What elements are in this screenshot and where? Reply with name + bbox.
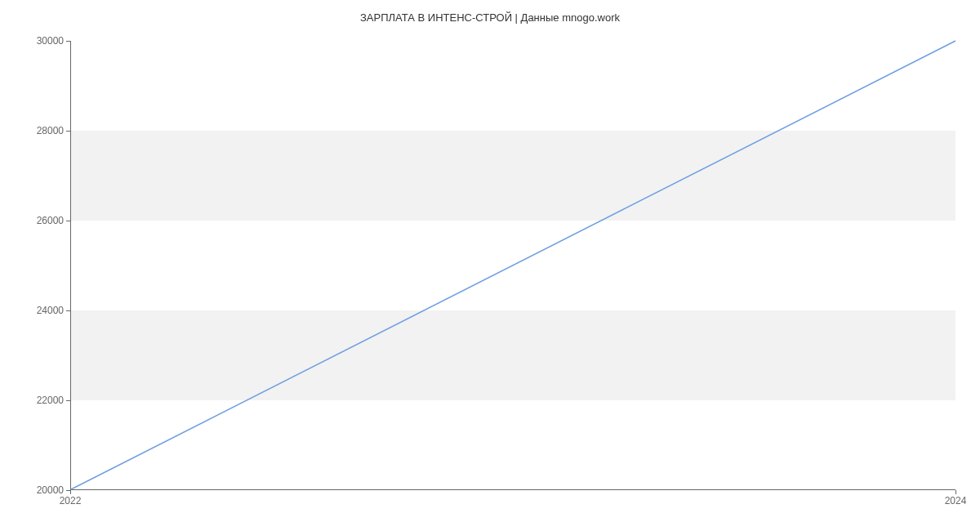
x-tick-mark bbox=[70, 490, 71, 494]
chart-line bbox=[71, 41, 956, 489]
x-tick-label: 2024 bbox=[945, 495, 967, 506]
y-tick-label: 28000 bbox=[15, 125, 64, 136]
y-tick-label: 22000 bbox=[15, 395, 64, 406]
y-tick-mark bbox=[66, 41, 70, 42]
y-tick-label: 20000 bbox=[15, 484, 64, 496]
y-tick-label: 30000 bbox=[15, 35, 64, 47]
y-tick-mark bbox=[66, 310, 70, 311]
y-tick-mark bbox=[66, 221, 70, 221]
chart-title: ЗАРПЛАТА В ИНТЕНС-СТРОЙ | Данные mnogo.w… bbox=[0, 11, 980, 24]
y-tick-mark bbox=[66, 400, 70, 401]
x-tick-mark bbox=[956, 490, 956, 494]
y-tick-label: 24000 bbox=[15, 305, 64, 316]
x-tick-label: 2022 bbox=[60, 495, 82, 506]
y-tick-label: 26000 bbox=[15, 215, 64, 226]
plot-area bbox=[70, 41, 956, 490]
y-tick-mark bbox=[66, 131, 70, 132]
